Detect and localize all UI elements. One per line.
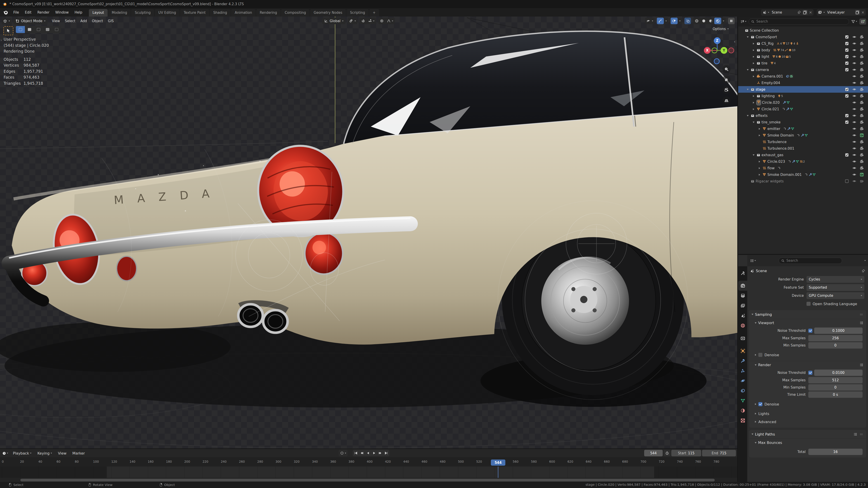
presets-icon[interactable] [860,321,864,325]
outliner-row[interactable]: light8105 [738,53,868,60]
jump-to-end-button[interactable] [383,450,389,456]
menu-render[interactable]: Render [34,9,52,15]
outliner-row[interactable]: exhaust_gas [738,152,868,158]
navigation-gizmo[interactable]: Z X Y [700,35,736,105]
outliner-row[interactable]: Empty.004 [738,79,868,86]
expand-toggle[interactable] [753,56,754,58]
light-paths-header[interactable]: Light Paths [749,430,866,438]
hide-eye-toggle[interactable] [851,48,857,52]
outliner-item-label[interactable]: lighting [762,94,775,98]
max-bounces-header[interactable]: Max Bounces [749,438,866,447]
feature-set-dropdown[interactable]: Supported [806,284,864,291]
menu-file[interactable]: File [10,9,22,15]
outliner-row[interactable]: Turbulence.001 [738,145,868,152]
workspace-tab-layout[interactable]: Layout [89,9,107,17]
properties-tab-physics[interactable] [738,376,747,386]
expand-cell[interactable] [746,115,749,117]
outliner-item-label[interactable]: tire_smoke [762,120,780,124]
exclude-checkbox[interactable] [844,55,850,59]
playhead-frame-badge[interactable]: 544 [491,459,505,466]
show-overlays-toggle[interactable] [671,18,678,24]
outliner-row[interactable]: Circle.020 [738,99,868,106]
viewport-denoise-row[interactable]: Denoise [749,351,866,359]
outliner-row[interactable]: Rigacar widgets [738,178,868,185]
properties-tab-modifiers[interactable] [738,356,747,366]
gizmo-controls[interactable] [657,18,668,24]
outliner-row[interactable]: Turbulence [738,138,868,145]
outliner-item-label[interactable]: body [762,48,770,52]
outliner-item-label[interactable]: CS_Rig [762,41,774,46]
hide-eye-toggle[interactable] [851,55,857,59]
workspace-tab-modeling[interactable]: Modeling [108,9,131,17]
expand-toggle[interactable] [747,69,749,70]
outliner-item-label[interactable]: Turbulence [767,140,786,144]
outliner-item-label[interactable]: tire [762,61,767,65]
exclude-checkbox[interactable] [844,153,850,157]
timeline-tracks[interactable] [0,466,737,478]
outliner-item-label[interactable]: Turbulence.001 [767,147,794,151]
render-toggle[interactable] [859,179,865,183]
scene-name[interactable]: Scene [771,10,796,14]
render-disabled-toggle[interactable] [859,173,865,176]
expand-cell[interactable] [752,62,755,64]
properties-tab-data[interactable] [738,396,747,405]
exclude-checkbox[interactable] [844,61,850,65]
options-dropdown[interactable]: Options [713,27,729,31]
expand-toggle[interactable] [759,174,760,175]
menu-help[interactable]: Help [72,9,85,15]
new-viewlayer-icon[interactable] [855,10,860,15]
render-toggle[interactable] [859,74,865,78]
osl-checkbox[interactable] [806,302,811,306]
expand-toggle[interactable] [747,36,749,38]
render-engine-dropdown[interactable]: Cycles [806,276,864,283]
overlays-dropdown[interactable] [678,18,682,24]
expand-cell[interactable] [746,69,749,71]
add-workspace-button[interactable]: + [369,9,379,17]
select-mode-intersect[interactable] [52,26,61,33]
gizmo-y-neg-axis[interactable] [712,47,717,53]
viewlayer-browse-chevron[interactable] [824,12,825,13]
outliner-row[interactable]: Smoke Domain.001 [738,171,868,178]
scene-browse-chevron[interactable] [768,12,769,13]
outliner-row[interactable]: effexts [738,112,868,119]
properties-tab-particles[interactable] [738,366,747,376]
properties-tab-tool[interactable] [738,268,747,278]
hide-eye-toggle[interactable] [851,94,857,98]
hide-eye-toggle[interactable] [851,133,857,137]
perspective-toggle-button[interactable] [722,96,731,104]
viewlayer-selector[interactable]: ViewLayer × [817,9,866,15]
gizmo-y-axis[interactable]: Y [721,47,727,54]
expand-toggle[interactable] [753,108,754,110]
expand-cell[interactable] [752,121,755,123]
time-limit-field[interactable]: 0 s [808,391,863,398]
hide-eye-toggle[interactable] [851,114,857,118]
properties-tab-constraints[interactable] [738,386,747,396]
viewport-menu-object[interactable]: Object [90,18,105,24]
render-denoise-checkbox[interactable] [758,402,763,406]
outliner-row[interactable]: Camera.001 [738,73,868,79]
device-dropdown[interactable]: GPU Compute [806,292,864,299]
workspace-tab-sculpting[interactable]: Sculpting [131,9,154,17]
expand-cell[interactable] [752,95,755,97]
active-tool-button[interactable] [3,26,13,35]
exclude-checkbox[interactable] [844,94,850,98]
shading-material-button[interactable] [707,18,714,24]
expand-cell[interactable] [752,108,755,110]
render-toggle[interactable] [859,35,865,39]
exclude-checkbox[interactable] [844,179,850,183]
workspace-tab-rendering[interactable]: Rendering [256,9,281,17]
unlink-scene-icon[interactable]: × [809,10,812,14]
properties-tab-world[interactable] [738,321,747,330]
hide-eye-toggle[interactable] [851,101,857,104]
exclude-checkbox[interactable] [844,35,850,39]
menu-edit[interactable]: Edit [22,9,34,15]
expand-cell[interactable] [752,49,755,51]
workspace-tab-texture-paint[interactable]: Texture Paint [180,9,209,17]
render-toggle[interactable] [859,147,865,150]
show-gizmo-toggle[interactable] [657,18,664,24]
pivot-point-dropdown[interactable] [348,18,357,24]
viewport-menu-select[interactable]: Select [63,18,78,24]
expand-cell[interactable] [758,128,761,130]
hide-eye-toggle[interactable] [851,147,857,150]
expand-cell[interactable] [758,174,761,175]
